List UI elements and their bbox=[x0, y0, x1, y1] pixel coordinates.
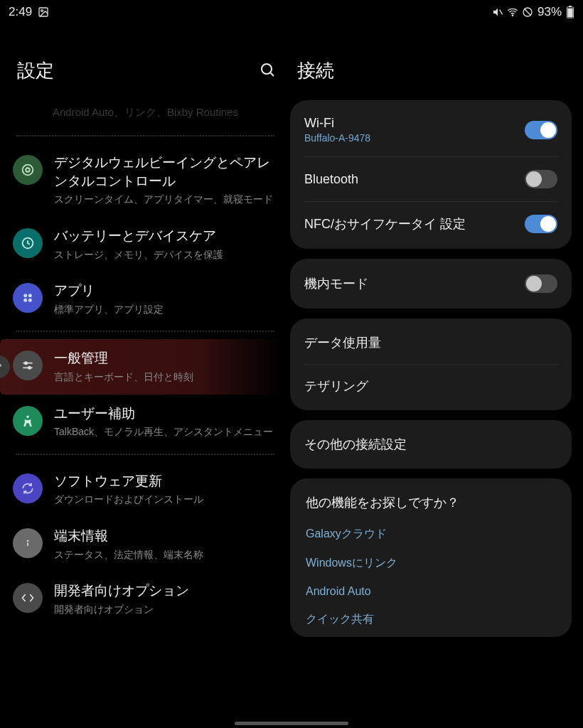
svg-point-24 bbox=[27, 540, 29, 542]
row-title: データ使用量 bbox=[304, 334, 557, 351]
row-wifi[interactable]: Wi-Fi Buffalo-A-9478 bbox=[303, 103, 559, 156]
edit-annotation-icon bbox=[0, 355, 10, 378]
item-subtitle: TalkBack、モノラル再生、アシスタントメニュー bbox=[54, 425, 274, 439]
nfc-toggle[interactable] bbox=[525, 215, 557, 233]
settings-title: 設定 bbox=[17, 58, 54, 83]
row-tethering[interactable]: テザリング bbox=[303, 364, 559, 407]
connections-group-1: Wi-Fi Buffalo-A-9478 Bluetooth NFC/おサイフケ… bbox=[290, 100, 572, 249]
airplane-toggle[interactable] bbox=[525, 274, 557, 293]
battery-icon bbox=[566, 6, 574, 18]
apps-icon bbox=[13, 283, 43, 313]
item-title: ユーザー補助 bbox=[54, 405, 274, 423]
svg-point-21 bbox=[28, 367, 31, 369]
looking-for-card: 他の機能をお探しですか？ Galaxyクラウド Windowsにリンク Andr… bbox=[290, 478, 572, 637]
connections-group-4: その他の接続設定 bbox=[290, 420, 572, 469]
link-galaxy-cloud[interactable]: Galaxyクラウド bbox=[303, 520, 559, 549]
looking-for-title: 他の機能をお探しですか？ bbox=[303, 481, 559, 520]
connections-title: 接続 bbox=[297, 58, 569, 83]
settings-item-accessibility[interactable]: ユーザー補助 TalkBack、モノラル再生、アシスタントメニュー bbox=[13, 395, 283, 449]
item-title: 一般管理 bbox=[54, 349, 274, 368]
connections-detail-pane: 接続 Wi-Fi Buffalo-A-9478 Bluetooth bbox=[283, 24, 582, 714]
wifi-toggle[interactable] bbox=[525, 121, 557, 139]
row-nfc[interactable]: NFC/おサイフケータイ 設定 bbox=[303, 201, 559, 246]
search-icon[interactable] bbox=[259, 61, 276, 81]
item-title: デジタルウェルビーイングとペアレンタルコントロール bbox=[54, 154, 274, 190]
row-title: その他の接続設定 bbox=[304, 436, 557, 453]
svg-point-16 bbox=[23, 299, 27, 302]
item-subtitle: 標準アプリ、アプリ設定 bbox=[54, 303, 274, 317]
bluetooth-toggle[interactable] bbox=[525, 170, 557, 188]
divider bbox=[16, 454, 274, 455]
settings-item-about[interactable]: 端末情報 ステータス、法定情報、端末名称 bbox=[13, 517, 283, 572]
svg-line-2 bbox=[500, 10, 503, 15]
svg-point-3 bbox=[512, 15, 513, 16]
svg-rect-8 bbox=[567, 9, 572, 18]
wellbeing-icon bbox=[13, 155, 43, 185]
battery-care-icon bbox=[13, 228, 43, 258]
update-icon bbox=[13, 473, 43, 503]
do-not-disturb-icon bbox=[522, 6, 533, 18]
link-quick-share[interactable]: クイック共有 bbox=[303, 605, 559, 634]
row-airplane[interactable]: 機内モード bbox=[303, 262, 559, 306]
divider bbox=[16, 331, 274, 332]
svg-point-15 bbox=[28, 294, 32, 297]
svg-rect-25 bbox=[27, 542, 28, 546]
item-subtitle: ステータス、法定情報、端末名称 bbox=[54, 548, 274, 562]
status-bar: 2:49 93% bbox=[0, 0, 583, 24]
svg-point-11 bbox=[23, 165, 33, 176]
row-bluetooth[interactable]: Bluetooth bbox=[303, 156, 559, 201]
row-title: テザリング bbox=[304, 378, 557, 395]
row-subtitle: Buffalo-A-9478 bbox=[304, 132, 525, 144]
svg-line-5 bbox=[524, 9, 530, 15]
settings-item-apps[interactable]: アプリ 標準アプリ、アプリ設定 bbox=[13, 272, 283, 326]
item-title: アプリ bbox=[54, 282, 274, 300]
row-title: NFC/おサイフケータイ 設定 bbox=[304, 215, 525, 232]
info-icon bbox=[13, 528, 43, 558]
settings-master-pane: 設定 Android Auto、リンク、Bixby Routines デジタルウ… bbox=[0, 24, 283, 714]
image-icon bbox=[38, 6, 49, 18]
connections-group-3: データ使用量 テザリング bbox=[290, 318, 572, 410]
svg-point-12 bbox=[26, 168, 30, 172]
mute-icon bbox=[492, 6, 503, 18]
row-title: 機内モード bbox=[304, 275, 525, 292]
sliders-icon bbox=[13, 350, 43, 380]
gesture-nav-handle[interactable] bbox=[235, 722, 348, 725]
item-title: バッテリーとデバイスケア bbox=[54, 227, 274, 245]
settings-item-general[interactable]: 一般管理 言語とキーボード、日付と時刻 bbox=[0, 339, 283, 394]
connections-group-2: 機内モード bbox=[290, 259, 572, 309]
truncated-previous-item: Android Auto、リンク、Bixby Routines bbox=[13, 103, 283, 131]
item-subtitle: 開発者向けオプション bbox=[54, 603, 274, 617]
settings-item-software-update[interactable]: ソフトウェア更新 ダウンロードおよびインストール bbox=[13, 462, 283, 517]
item-subtitle: ダウンロードおよびインストール bbox=[54, 493, 274, 507]
svg-point-17 bbox=[28, 299, 32, 302]
item-subtitle: 言語とキーボード、日付と時刻 bbox=[54, 370, 274, 385]
row-title: Bluetooth bbox=[304, 172, 525, 187]
item-subtitle: ストレージ、メモリ、デバイスを保護 bbox=[54, 248, 274, 262]
divider bbox=[16, 135, 274, 136]
link-android-auto[interactable]: Android Auto bbox=[303, 578, 559, 605]
settings-item-battery[interactable]: バッテリーとデバイスケア ストレージ、メモリ、デバイスを保護 bbox=[13, 217, 283, 272]
svg-point-22 bbox=[26, 415, 28, 417]
item-title: 端末情報 bbox=[54, 527, 274, 545]
row-title: Wi-Fi bbox=[304, 116, 525, 131]
wifi-icon bbox=[506, 6, 519, 18]
row-more-connections[interactable]: その他の接続設定 bbox=[303, 423, 559, 466]
svg-point-14 bbox=[23, 294, 27, 297]
svg-point-1 bbox=[41, 10, 43, 12]
settings-item-wellbeing[interactable]: デジタルウェルビーイングとペアレンタルコントロール スクリーンタイム、アプリタイ… bbox=[13, 144, 283, 217]
item-subtitle: スクリーンタイム、アプリタイマー、就寝モード bbox=[54, 193, 274, 207]
item-title: ソフトウェア更新 bbox=[54, 472, 274, 491]
battery-percent: 93% bbox=[537, 5, 562, 19]
svg-line-10 bbox=[271, 73, 274, 76]
link-windows-link[interactable]: Windowsにリンク bbox=[303, 549, 559, 578]
item-title: 開発者向けオプション bbox=[54, 582, 274, 600]
svg-point-9 bbox=[262, 64, 272, 74]
accessibility-icon bbox=[13, 406, 43, 436]
settings-item-developer[interactable]: 開発者向けオプション 開発者向けオプション bbox=[13, 572, 283, 626]
svg-point-19 bbox=[25, 362, 27, 364]
clock: 2:49 bbox=[9, 5, 32, 19]
code-icon bbox=[13, 583, 43, 613]
row-data-usage[interactable]: データ使用量 bbox=[303, 321, 559, 364]
